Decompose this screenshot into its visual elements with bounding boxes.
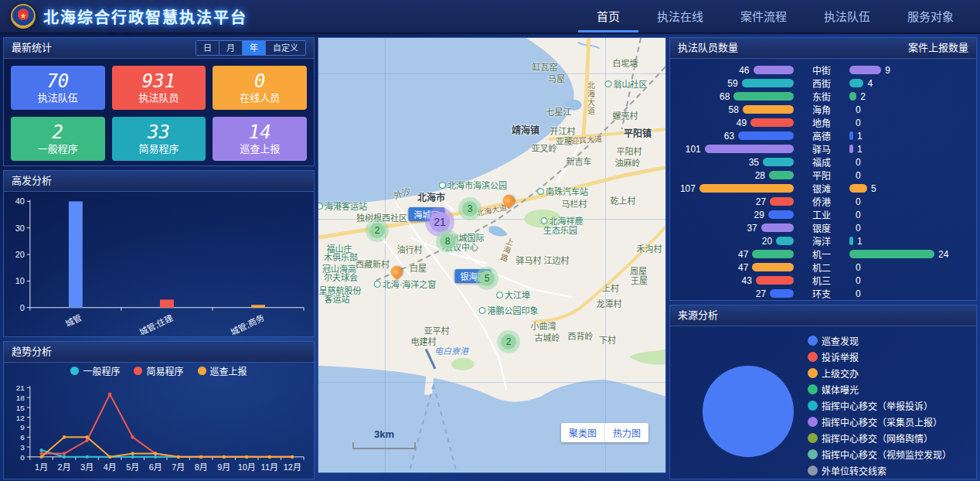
high-freq-title: 高发分析 — [12, 171, 52, 191]
team-left-bar — [743, 105, 794, 114]
team-left-cell: 63 — [673, 131, 794, 142]
map-button-热力图[interactable]: 热力图 — [604, 423, 648, 442]
stat-card-label: 执法队伍 — [38, 91, 78, 105]
source-title: 来源分析 — [678, 305, 718, 326]
high-freq-chart-area: 010203040城管城管;住建城管;商务 — [4, 192, 314, 337]
dashboard: 北海综合行政智慧执法平台 首页执法在线案件流程执法队伍服务对象 最新统计 日月年… — [0, 0, 980, 481]
legend-label: 上级交办 — [822, 367, 859, 380]
nav-item-执法在线[interactable]: 执法在线 — [638, 0, 722, 32]
team-left-bar — [752, 250, 794, 258]
nav-item-首页[interactable]: 首页 — [578, 0, 638, 32]
source-legend-指挥中心移交（网络舆情）[interactable]: 指挥中心移交（网络舆情） — [808, 432, 951, 445]
map-button-聚类图[interactable]: 聚类图 — [561, 423, 604, 442]
nav-item-案件流程[interactable]: 案件流程 — [722, 0, 805, 32]
team-left-value: 58 — [728, 104, 738, 115]
top-bar: 北海综合行政智慧执法平台 首页执法在线案件流程执法队伍服务对象 — [0, 0, 980, 34]
high-freq-panel: 高发分析 010203040城管城管;住建城管;商务 — [3, 170, 315, 337]
source-legend-媒体曝光[interactable]: 媒体曝光 — [808, 383, 951, 396]
stats-panel-header: 最新统计 日月年自定义 — [4, 38, 314, 59]
cluster-marker-5[interactable]: 5 — [475, 267, 499, 290]
legend-label: 巡查上报 — [210, 364, 247, 377]
team-left-cell: 58 — [673, 104, 794, 115]
nav-item-服务对象[interactable]: 服务对象 — [889, 0, 972, 32]
source-legend-指挥中心移交（视频监控发现）[interactable]: 指挥中心移交（视频监控发现） — [808, 448, 951, 461]
team-left-bar — [770, 289, 794, 298]
team-row-银度: 37银度0 — [673, 221, 970, 234]
source-legend-外单位转交线索[interactable]: 外单位转交线索 — [808, 464, 951, 477]
team-left-value: 20 — [762, 236, 772, 247]
bar-城管;住建 — [160, 299, 174, 307]
cluster-marker-2[interactable]: 2 — [497, 330, 520, 353]
legend-dot — [808, 384, 818, 394]
team-left-bar — [769, 171, 794, 179]
svg-text:7月: 7月 — [172, 462, 185, 472]
team-right-cell: 0 — [849, 157, 970, 168]
trend-legend-简易程序[interactable]: 简易程序 — [134, 364, 183, 377]
stat-card-label: 一般程序 — [38, 142, 78, 156]
team-left-bar — [705, 145, 794, 153]
team-name: 福成 — [794, 155, 849, 169]
high-freq-panel-header: 高发分析 — [4, 171, 314, 192]
team-right-cell: 0 — [849, 210, 970, 220]
legend-dot — [808, 417, 818, 427]
team-left-cell: 47 — [673, 249, 794, 260]
team-right-value: 0 — [856, 104, 861, 115]
team-left-value: 107 — [680, 183, 696, 194]
team-left-cell: 101 — [673, 144, 794, 155]
source-legend-投诉举报[interactable]: 投诉举报 — [808, 350, 951, 363]
stats-tab-年[interactable]: 年 — [242, 41, 265, 55]
source-legend-上级交办[interactable]: 上级交办 — [808, 367, 951, 380]
bar-城管 — [69, 201, 83, 307]
team-right-value: 0 — [856, 275, 861, 286]
map-column: 北海市靖海镇平阳镇缸瓦窑马屋白坭塘螺壳村七星江开江村亚腰亚叉岭新吉车平阳村油麻岭… — [318, 37, 666, 473]
team-left-bar — [763, 158, 794, 166]
team-right-value: 5 — [871, 183, 876, 194]
stat-card-value: 14 — [249, 122, 271, 142]
team-left-value: 35 — [749, 157, 759, 168]
team-row-机一: 47机一24 — [673, 247, 970, 261]
source-panel-header: 来源分析 — [670, 305, 976, 326]
team-right-value: 0 — [856, 118, 861, 128]
svg-text:6: 6 — [20, 433, 25, 442]
cluster-count: 2 — [369, 223, 385, 238]
source-legend-指挥中心移交（采集员上报）[interactable]: 指挥中心移交（采集员上报） — [808, 415, 951, 428]
team-right-value: 1 — [857, 144, 863, 155]
cluster-marker-3[interactable]: 3 — [458, 197, 481, 220]
team-name: 平阳 — [794, 169, 849, 182]
stat-card-一般程序: 2一般程序 — [11, 117, 105, 161]
svg-text:2月: 2月 — [58, 462, 71, 472]
team-row-东街: 68东街2 — [673, 90, 970, 103]
team-left-value: 47 — [738, 262, 748, 273]
source-panel: 来源分析 巡查发现投诉举报上级交办媒体曝光指挥中心移交（举报投诉）指挥中心移交（… — [669, 305, 977, 479]
brand: 北海综合行政智慧执法平台 — [0, 4, 247, 29]
team-right-bar — [849, 145, 853, 153]
source-legend: 巡查发现投诉举报上级交办媒体曝光指挥中心移交（举报投诉）指挥中心移交（采集员上报… — [808, 334, 951, 477]
cluster-marker-2[interactable]: 2 — [366, 219, 389, 242]
team-right-bar — [849, 131, 853, 140]
source-legend-巡查发现[interactable]: 巡查发现 — [808, 334, 951, 347]
stat-cards: 70执法队伍931执法队员0在线人员2一般程序33简易程序14巡查上报 — [4, 59, 314, 168]
stats-tab-月[interactable]: 月 — [219, 41, 242, 55]
stats-tab-日[interactable]: 日 — [196, 41, 219, 55]
team-name: 地角 — [794, 116, 849, 129]
team-left-cell: 28 — [673, 170, 794, 181]
legend-dot — [134, 367, 142, 375]
team-left-cell: 37 — [673, 223, 794, 234]
source-pie-chart — [703, 366, 794, 457]
cluster-count: 8 — [440, 234, 455, 249]
team-right-bar — [849, 92, 856, 101]
nav-item-执法队伍[interactable]: 执法队伍 — [805, 0, 889, 32]
cluster-marker-8[interactable]: 8 — [436, 230, 459, 253]
team-left-value: 47 — [738, 249, 748, 260]
trend-legend-一般程序[interactable]: 一般程序 — [70, 364, 120, 377]
team-right-cell: 0 — [849, 262, 970, 273]
svg-text:9月: 9月 — [217, 462, 230, 472]
trend-legend-巡查上报[interactable]: 巡查上报 — [198, 364, 247, 377]
source-legend-指挥中心移交（举报投诉）[interactable]: 指挥中心移交（举报投诉） — [808, 399, 951, 412]
svg-text:0: 0 — [20, 303, 25, 312]
team-right-cell: 2 — [849, 91, 970, 102]
stats-tab-自定义[interactable]: 自定义 — [265, 41, 305, 55]
map-canvas[interactable]: 北海市靖海镇平阳镇缸瓦窑马屋白坭塘螺壳村七星江开江村亚腰亚叉岭新吉车平阳村油麻岭… — [318, 38, 665, 472]
team-right-cell: 1 — [849, 131, 970, 142]
team-row-机三: 43机三0 — [673, 274, 970, 287]
